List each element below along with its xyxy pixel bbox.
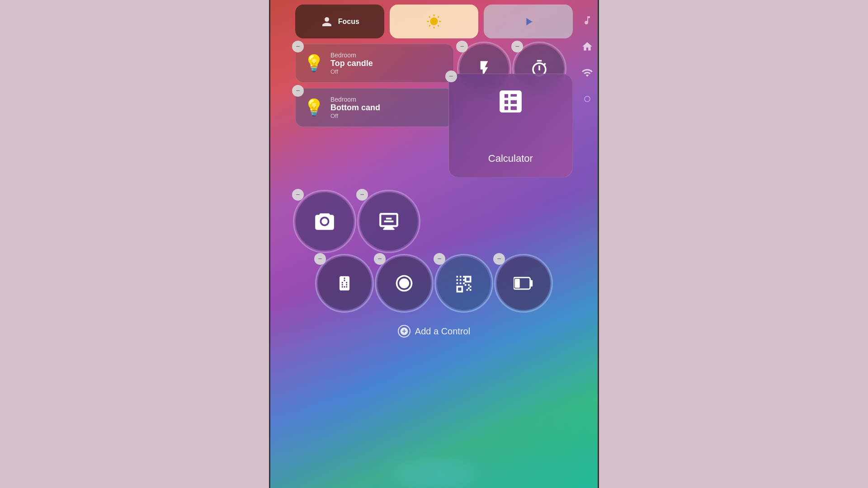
person-icon (320, 15, 334, 28)
remove-camera[interactable]: − (292, 189, 304, 201)
qr-icon (454, 273, 474, 293)
remove-battery[interactable]: − (493, 253, 505, 265)
add-control-label: Add a Control (415, 326, 470, 337)
top-candle-name: Top candle (330, 59, 373, 68)
media-icon (522, 15, 535, 28)
screen-mirror-tile[interactable]: − (359, 192, 418, 251)
remove-record[interactable]: − (374, 253, 386, 265)
remove-screen-mirror[interactable]: − (356, 189, 368, 201)
home-icon[interactable] (580, 40, 594, 53)
svg-point-1 (399, 278, 409, 288)
svg-point-0 (585, 96, 590, 102)
top-row: Focus (275, 0, 593, 38)
radio-icon[interactable] (580, 66, 594, 80)
bottom-candle-text: Bedroom Bottom cand Off (330, 96, 380, 119)
media-tile[interactable] (484, 5, 573, 38)
camera-tile[interactable]: − (295, 192, 354, 251)
bottom-candle-room: Bedroom (330, 96, 380, 103)
bottom-glow (389, 461, 479, 488)
remote-tile[interactable]: − (317, 256, 372, 310)
top-candle-text: Bedroom Top candle Off (330, 52, 373, 75)
calculator-tile[interactable]: − Calculator (448, 74, 573, 178)
battery-tile[interactable]: − (496, 256, 551, 310)
calc-icon-wrapper (496, 87, 525, 118)
remove-flashlight[interactable]: − (456, 41, 468, 52)
bottom-candle-name: Bottom cand (330, 103, 380, 113)
remove-bottom-candle[interactable]: − (292, 85, 304, 97)
bulb-icon-bottom: 💡 (304, 99, 324, 116)
focus-label: Focus (338, 18, 359, 26)
row3: − − (295, 192, 573, 251)
bottom-candle-status: Off (330, 113, 380, 119)
remove-remote[interactable]: − (314, 253, 326, 265)
svg-rect-3 (530, 280, 533, 287)
brightness-tile[interactable] (390, 5, 479, 38)
svg-rect-2 (514, 277, 530, 289)
sidebar-icons (580, 14, 594, 106)
focus-tile[interactable]: Focus (295, 5, 384, 38)
calculator-label: Calculator (488, 153, 533, 164)
remove-timer[interactable]: − (511, 41, 523, 52)
remove-calculator[interactable]: − (445, 70, 457, 82)
brightness-icon (426, 14, 442, 29)
record-icon (394, 273, 414, 293)
battery-icon (514, 277, 533, 290)
calculator-icon (496, 87, 525, 116)
remote-icon (336, 275, 353, 292)
dot-icon (580, 92, 594, 106)
add-icon (398, 325, 410, 338)
main-grid: − 💡 Bedroom Top candle Off − 💡 (275, 44, 593, 338)
remove-top-candle[interactable]: − (292, 41, 304, 52)
top-candle-room: Bedroom (330, 52, 373, 59)
remove-qr[interactable]: − (434, 253, 445, 265)
top-candle-tile[interactable]: − 💡 Bedroom Top candle Off (295, 44, 454, 83)
top-candle-status: Off (330, 68, 373, 75)
record-tile[interactable]: − (377, 256, 431, 310)
add-control-button[interactable]: Add a Control (295, 325, 573, 338)
bottom-candle-tile[interactable]: − 💡 Bedroom Bottom cand Off (295, 88, 454, 127)
screen-mirror-icon (377, 210, 400, 233)
camera-icon (313, 210, 336, 233)
phone-screen: Focus (270, 0, 598, 488)
main-content: Focus (270, 0, 598, 488)
music-icon (580, 14, 594, 27)
qr-scanner-tile[interactable]: − (437, 256, 491, 310)
row4: − − − (295, 256, 573, 310)
svg-rect-4 (515, 279, 520, 288)
bulb-icon-top: 💡 (304, 55, 324, 71)
phone-frame: Focus (269, 0, 599, 488)
